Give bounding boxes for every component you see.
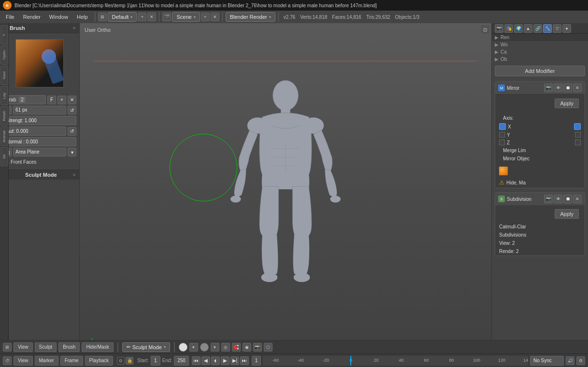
workspace-x-btn[interactable]: ✕: [147, 13, 156, 21]
axis-x-checkbox[interactable]: [499, 123, 506, 130]
brush-mode-icon[interactable]: [179, 343, 187, 352]
scene-icon[interactable]: 🎬: [162, 13, 171, 21]
side-tab-mi[interactable]: Mi: [0, 147, 8, 166]
tl-playback-btn[interactable]: Playback: [85, 356, 114, 366]
layout-icon[interactable]: ⊞: [98, 13, 107, 21]
renderer-selector[interactable]: Blender Render ▾: [226, 12, 275, 22]
radius-input[interactable]: 61 px: [13, 106, 66, 114]
mod-render-icon[interactable]: 🔲: [563, 84, 572, 92]
scene-add-btn[interactable]: +: [201, 13, 210, 21]
bt-sculpt-btn[interactable]: Sculpt: [35, 342, 57, 352]
workspace-selector[interactable]: Default ▾: [108, 12, 137, 22]
menu-help[interactable]: Help: [73, 13, 92, 21]
side-tab-options[interactable]: Optio: [0, 45, 8, 65]
current-frame-field[interactable]: 1: [252, 356, 261, 366]
scene-selector[interactable]: Scene ▾: [172, 12, 200, 22]
f-button[interactable]: F: [47, 96, 56, 104]
autosmooth-btn[interactable]: Aut: 0.000: [3, 127, 66, 136]
jump-end-btn[interactable]: ⏭: [240, 356, 249, 365]
next-frame-btn[interactable]: ▶|: [230, 356, 239, 365]
bt-brush-btn[interactable]: Brush: [58, 342, 80, 352]
mod-camera-icon[interactable]: 📷: [544, 84, 553, 92]
side-tab-relati[interactable]: Relati: [0, 106, 8, 126]
anim-record-icon[interactable]: ⊙: [117, 357, 125, 365]
objects-stat: Objects:1/3: [395, 14, 420, 20]
menu-window[interactable]: Window: [45, 13, 72, 21]
render-icon[interactable]: 📷: [495, 24, 503, 33]
symmetry-icon[interactable]: [200, 343, 209, 352]
area-plane-dropdown[interactable]: ▾: [68, 148, 76, 156]
side-tab-animat[interactable]: Animat: [0, 127, 8, 146]
menu-render[interactable]: Render: [19, 13, 44, 21]
jump-start-btn[interactable]: ⏮: [192, 356, 201, 365]
side-tab-tool[interactable]: T: [0, 25, 8, 44]
material-icon[interactable]: ●: [562, 24, 571, 33]
tl-marker-btn[interactable]: Marker: [35, 356, 58, 366]
play-btn[interactable]: ▶: [221, 356, 229, 365]
timeline-ruler[interactable]: -60 -40 -20 0 20 40 60 80 100 120 140 16…: [263, 356, 528, 366]
subdiv-x-icon[interactable]: ✕: [573, 195, 582, 203]
subdiv-eye-icon[interactable]: 👁: [554, 195, 562, 203]
strength-btn[interactable]: Strengt: 1.000: [3, 116, 76, 125]
x-icon-btn[interactable]: ✕: [68, 96, 76, 104]
viewport[interactable]: User Ortho: [80, 23, 491, 367]
sculpt-mode-selector[interactable]: ✏ Sculpt Mode ▾: [122, 342, 170, 352]
axis-y-checkbox-2[interactable]: [575, 132, 581, 138]
axis-z-checkbox-2[interactable]: [575, 140, 581, 145]
timeline-type-icon[interactable]: ⏱: [3, 356, 12, 365]
proportional-icon[interactable]: ◉: [243, 343, 251, 352]
viewport-maximize-btn[interactable]: ⊡: [481, 25, 489, 34]
mod-eye-icon[interactable]: 👁: [554, 84, 562, 92]
subdiv-render-icon[interactable]: 🔲: [563, 195, 572, 203]
modifier-icon[interactable]: 🔧: [543, 24, 552, 33]
mod-x-icon[interactable]: ✕: [573, 84, 582, 92]
tl-frame-btn[interactable]: Frame: [60, 356, 83, 366]
tl-extra-icon-2[interactable]: ⚙: [576, 356, 585, 365]
apply-button-1[interactable]: Apply: [555, 99, 579, 108]
axis-y-checkbox[interactable]: [499, 132, 505, 138]
sync-mode-selector[interactable]: No Sync: [530, 356, 564, 366]
workspace-add-btn[interactable]: +: [138, 13, 146, 21]
axis-z-checkbox[interactable]: [499, 140, 505, 145]
bt-view-btn[interactable]: View: [14, 342, 33, 352]
object-icon[interactable]: ▲: [524, 24, 532, 33]
autosmooth-icon[interactable]: ↺: [68, 127, 76, 136]
anim-lock-icon[interactable]: 🔒: [126, 357, 133, 365]
overlay-icon[interactable]: ◎: [221, 343, 230, 352]
start-frame-field[interactable]: 1: [151, 356, 160, 366]
viewport-type-icon[interactable]: ⊞: [3, 343, 12, 352]
plus-icon-btn[interactable]: +: [57, 96, 66, 104]
menu-file[interactable]: File: [2, 13, 18, 21]
brush-settings-icon[interactable]: ▾: [189, 343, 198, 352]
end-frame-field[interactable]: 250: [174, 356, 189, 366]
area-plane-input[interactable]: Area Plane: [13, 148, 66, 156]
side-tab-lay[interactable]: Lay: [0, 86, 8, 105]
normal-btn[interactable]: Normal : 0.000: [3, 137, 76, 146]
tl-extra-icon-1[interactable]: 🔊: [566, 356, 574, 365]
separator-3: [222, 12, 223, 22]
tl-view-btn[interactable]: View: [14, 356, 33, 366]
radius-extra-btn[interactable]: ↺: [68, 106, 76, 114]
brush-menu-icon[interactable]: ≡: [73, 26, 75, 30]
subdiv-camera-icon[interactable]: 📷: [544, 195, 553, 203]
constraints-icon[interactable]: 🔗: [533, 24, 542, 33]
scene-icon-r[interactable]: 🎭: [504, 24, 513, 33]
mirror-modifier-header[interactable]: M Mirror 📷 👁 🔲 ✕: [495, 82, 585, 95]
add-modifier-button[interactable]: Add Modifier: [495, 66, 585, 76]
viewport-shading-icon[interactable]: ⬡: [264, 343, 272, 352]
symmetry-settings-icon[interactable]: ▾: [211, 343, 219, 352]
bt-hidemask-btn[interactable]: Hide/Mask: [82, 342, 113, 352]
snap-icon[interactable]: 🧲: [232, 343, 241, 352]
scene-x-btn[interactable]: ✕: [211, 13, 219, 21]
side-tab-nav[interactable]: Navi: [0, 66, 8, 85]
data-icon[interactable]: ▽: [553, 24, 561, 33]
subdivision-modifier-header[interactable]: S Subdivision 📷 👁 🔲 ✕: [495, 193, 585, 205]
maximize-icon[interactable]: ⊡: [481, 25, 489, 34]
axis-x-checkbox-2[interactable]: [574, 123, 581, 130]
apply-button-2[interactable]: Apply: [555, 209, 579, 219]
play-reverse-btn[interactable]: ⏴: [211, 356, 220, 365]
world-icon[interactable]: 🌍: [514, 24, 523, 33]
prev-frame-btn[interactable]: ◀: [201, 356, 210, 365]
sculpt-menu-icon[interactable]: ≡: [73, 172, 75, 177]
render-view-icon[interactable]: 📸: [253, 343, 262, 352]
